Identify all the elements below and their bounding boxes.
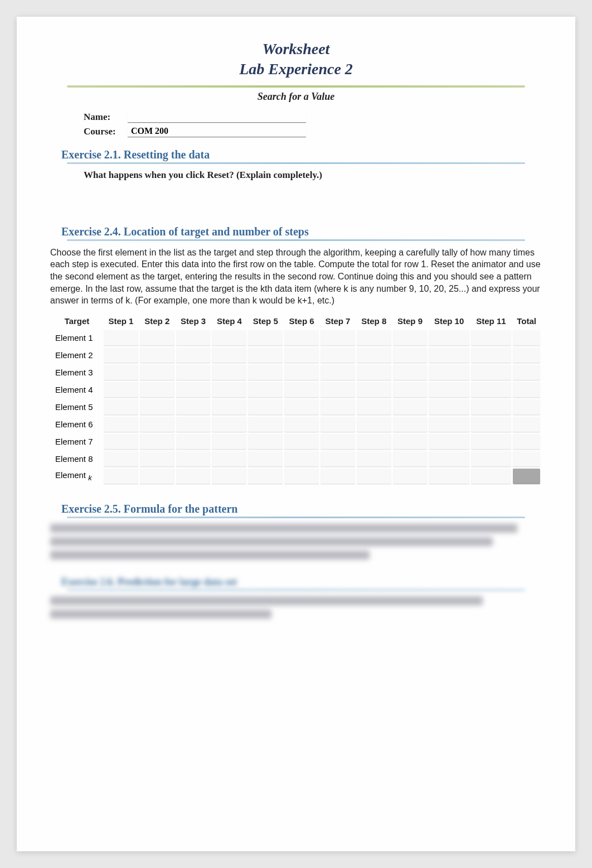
table-cell[interactable] [471, 434, 511, 450]
table-cell[interactable] [212, 451, 246, 467]
table-cell[interactable] [471, 469, 511, 484]
table-cell[interactable] [393, 365, 428, 380]
table-cell[interactable] [513, 382, 540, 398]
table-cell[interactable] [471, 382, 511, 398]
table-cell[interactable] [393, 417, 428, 432]
table-cell[interactable] [104, 382, 138, 398]
table-cell[interactable] [104, 365, 138, 380]
table-cell[interactable] [321, 434, 355, 450]
table-cell[interactable] [140, 399, 174, 415]
table-cell[interactable] [212, 365, 246, 380]
table-cell[interactable] [104, 451, 138, 467]
table-cell[interactable] [321, 382, 355, 398]
table-cell[interactable] [176, 469, 211, 484]
table-cell[interactable] [321, 451, 355, 467]
table-cell[interactable] [513, 330, 540, 346]
table-cell[interactable] [212, 417, 246, 432]
table-cell[interactable] [429, 348, 469, 363]
table-cell[interactable] [176, 399, 211, 415]
course-field[interactable]: COM 200 [128, 126, 306, 137]
table-cell[interactable] [176, 434, 211, 450]
table-cell[interactable] [176, 365, 211, 380]
table-cell[interactable] [321, 348, 355, 363]
table-cell[interactable] [140, 451, 174, 467]
table-cell[interactable] [176, 382, 211, 398]
table-cell[interactable] [212, 434, 246, 450]
table-cell[interactable] [429, 434, 469, 450]
table-cell[interactable] [513, 365, 540, 380]
table-cell[interactable] [357, 451, 391, 467]
table-cell[interactable] [357, 330, 391, 346]
table-cell[interactable] [140, 382, 174, 398]
table-cell[interactable] [429, 469, 469, 484]
table-cell[interactable] [248, 417, 283, 432]
table-cell[interactable] [104, 469, 138, 484]
table-cell[interactable] [140, 469, 174, 484]
table-cell[interactable] [284, 451, 319, 467]
table-cell[interactable] [321, 417, 355, 432]
table-cell[interactable] [357, 469, 391, 484]
table-cell[interactable] [212, 399, 246, 415]
table-cell[interactable] [248, 365, 283, 380]
table-cell[interactable] [284, 434, 319, 450]
table-cell[interactable] [393, 382, 428, 398]
table-cell[interactable] [321, 330, 355, 346]
table-cell[interactable] [429, 330, 469, 346]
table-cell[interactable] [176, 451, 211, 467]
table-cell[interactable] [471, 399, 511, 415]
table-cell[interactable] [429, 382, 469, 398]
table-cell[interactable] [212, 382, 246, 398]
table-cell[interactable] [357, 382, 391, 398]
table-cell[interactable] [212, 330, 246, 346]
table-cell[interactable] [429, 399, 469, 415]
table-cell[interactable] [513, 399, 540, 415]
table-cell[interactable] [513, 451, 540, 467]
table-cell[interactable] [176, 348, 211, 363]
table-cell[interactable] [393, 434, 428, 450]
table-cell[interactable] [471, 451, 511, 467]
table-cell[interactable] [284, 382, 319, 398]
table-cell[interactable] [429, 417, 469, 432]
table-cell[interactable] [393, 348, 428, 363]
table-cell[interactable] [248, 451, 283, 467]
table-cell[interactable] [104, 434, 138, 450]
table-cell[interactable] [104, 399, 138, 415]
table-cell[interactable] [393, 330, 428, 346]
table-cell[interactable] [471, 330, 511, 346]
table-cell[interactable] [248, 469, 283, 484]
table-cell[interactable] [429, 365, 469, 380]
table-cell[interactable] [471, 365, 511, 380]
table-cell[interactable] [321, 365, 355, 380]
table-cell[interactable] [176, 417, 211, 432]
table-cell[interactable] [248, 348, 283, 363]
name-field[interactable] [128, 112, 306, 123]
table-cell[interactable] [176, 330, 211, 346]
table-cell[interactable] [471, 348, 511, 363]
table-cell[interactable] [357, 417, 391, 432]
table-cell[interactable] [104, 348, 138, 363]
table-cell[interactable] [471, 417, 511, 432]
table-cell[interactable] [104, 330, 138, 346]
table-cell[interactable] [284, 365, 319, 380]
table-cell[interactable] [248, 399, 283, 415]
table-cell[interactable] [513, 348, 540, 363]
table-cell[interactable] [140, 365, 174, 380]
table-cell[interactable] [248, 434, 283, 450]
table-cell[interactable] [140, 434, 174, 450]
table-cell[interactable] [429, 451, 469, 467]
table-cell[interactable] [284, 348, 319, 363]
table-cell[interactable] [393, 451, 428, 467]
table-cell[interactable] [357, 365, 391, 380]
table-cell[interactable] [248, 330, 283, 346]
table-cell[interactable] [393, 399, 428, 415]
table-cell[interactable] [513, 469, 540, 484]
table-cell[interactable] [393, 469, 428, 484]
table-cell[interactable] [284, 469, 319, 484]
table-cell[interactable] [212, 469, 246, 484]
table-cell[interactable] [140, 348, 174, 363]
table-cell[interactable] [140, 417, 174, 432]
table-cell[interactable] [140, 330, 174, 346]
table-cell[interactable] [284, 399, 319, 415]
table-cell[interactable] [321, 399, 355, 415]
table-cell[interactable] [513, 434, 540, 450]
